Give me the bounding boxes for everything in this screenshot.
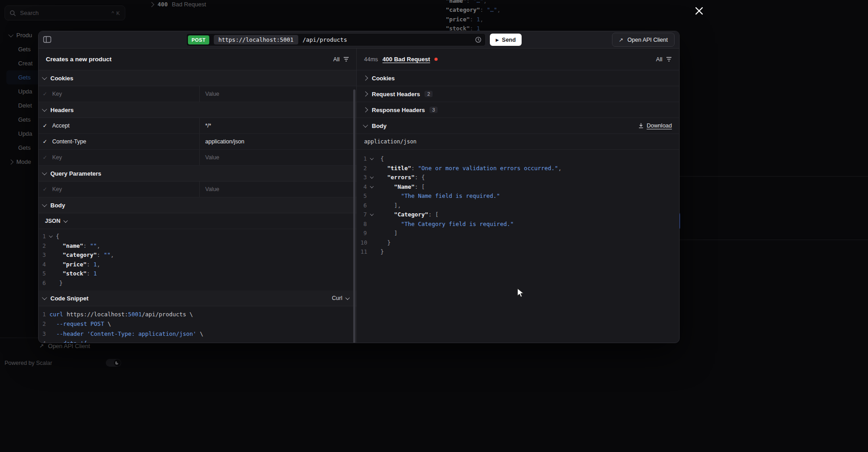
fold-chevron-icon[interactable] [49, 234, 53, 238]
line-number: 2 [360, 164, 367, 173]
header-row-empty: Key Value [39, 150, 356, 166]
value-cell[interactable]: */* [200, 118, 356, 133]
api-client-modal: POST https://localhost:5001 /api/product… [38, 31, 680, 343]
code-line: 1curl https://localhost:5001/api/product… [40, 310, 356, 319]
code-line: 5 "The Name field is required." [360, 192, 679, 201]
section-code-snippet[interactable]: Code Snippet Curl [39, 290, 356, 306]
body-format-label: JSON [45, 218, 60, 224]
line-number: 5 [360, 192, 367, 201]
response-section-request-headers[interactable]: Request Headers 2 [357, 86, 679, 102]
scrollbar[interactable] [353, 89, 355, 343]
filter-icon [343, 57, 349, 62]
request-path-input[interactable]: /api/products [303, 36, 470, 43]
filter-label: All [656, 56, 662, 63]
code-line: 2 --request POST \ [40, 319, 356, 329]
key-cell[interactable]: Content-Type [51, 134, 200, 149]
key-cell[interactable]: Accept [51, 118, 200, 133]
response-filter-control[interactable]: All [656, 56, 672, 63]
response-content-type: application/json [357, 134, 679, 150]
open-api-client-button[interactable]: Open API Client [612, 33, 675, 47]
request-panel: Creates a new product All Cookies [39, 49, 357, 343]
line-number: 8 [360, 220, 367, 229]
chevron-down-icon [345, 295, 350, 300]
section-cookies[interactable]: Cookies [39, 70, 356, 86]
base-url[interactable]: https://localhost:5001 [214, 35, 298, 44]
row-enabled-checkbox[interactable] [39, 134, 51, 149]
row-enabled-checkbox[interactable] [39, 182, 51, 197]
key-cell[interactable]: Key [51, 182, 200, 197]
header-row-accept: Accept */* [39, 118, 356, 134]
response-status-link[interactable]: 400 Bad Request [383, 56, 430, 63]
chevron-right-icon [363, 107, 368, 112]
code-line: 2 "title": "One or more validation error… [360, 164, 679, 173]
fold-chevron-icon[interactable] [370, 184, 374, 188]
line-number: 6 [40, 279, 46, 288]
method-badge: POST [188, 35, 209, 44]
body-editor[interactable]: 1{2 "name": "",3 "category": "",4 "price… [39, 229, 356, 290]
section-title: Cookies [372, 75, 395, 82]
download-icon [638, 123, 644, 128]
line-number: 11 [360, 247, 367, 257]
body-format-select[interactable]: JSON [39, 213, 356, 229]
row-enabled-checkbox[interactable] [39, 118, 51, 133]
key-cell[interactable]: Key [51, 86, 200, 102]
sidebar-toggle-icon[interactable] [43, 36, 51, 45]
section-title: Cookies [50, 75, 74, 82]
send-button[interactable]: Send [490, 34, 522, 46]
value-cell[interactable]: application/json [200, 134, 356, 149]
row-enabled-checkbox[interactable] [39, 86, 51, 102]
line-number: 3 [40, 329, 46, 339]
chevron-right-icon [363, 75, 368, 80]
key-cell[interactable]: Key [51, 150, 200, 165]
section-title: Response Headers [372, 107, 425, 113]
code-line: 1{ [40, 232, 356, 241]
value-cell[interactable]: Value [200, 86, 356, 102]
response-section-body[interactable]: Body Download [357, 118, 679, 134]
count-badge: 2 [424, 91, 433, 97]
section-query-parameters[interactable]: Query Parameters [39, 166, 356, 182]
fold-chevron-icon[interactable] [370, 175, 374, 179]
line-number: 3 [360, 173, 367, 182]
fold-chevron-icon[interactable] [370, 212, 374, 216]
section-title: Query Parameters [50, 170, 101, 177]
line-number: 1 [40, 232, 46, 241]
code-line: 4 "Name": [ [360, 182, 679, 192]
row-enabled-checkbox[interactable] [39, 150, 51, 165]
line-number: 6 [360, 201, 367, 211]
section-headers[interactable]: Headers [39, 102, 356, 118]
line-number: 4 [360, 182, 367, 192]
filter-icon [666, 57, 672, 62]
line-number: 2 [40, 241, 46, 251]
send-label: Send [502, 37, 516, 43]
line-number: 4 [40, 339, 46, 343]
response-section-cookies[interactable]: Cookies [357, 70, 679, 86]
chevron-down-icon [42, 202, 47, 207]
code-line: 7 "Category": [ [360, 210, 679, 220]
history-icon[interactable] [475, 36, 482, 43]
value-cell[interactable]: Value [200, 182, 356, 197]
section-title: Request Headers [372, 91, 420, 98]
download-label: Download [646, 123, 672, 129]
code-line: 2 "name": "", [40, 241, 356, 251]
address-bar[interactable]: POST https://localhost:5001 /api/product… [186, 33, 486, 46]
code-line: 3 --header 'Content-Type: application/js… [40, 329, 356, 339]
download-link[interactable]: Download [638, 123, 672, 129]
value-cell[interactable]: Value [200, 150, 356, 165]
line-number: 3 [40, 251, 46, 260]
section-body[interactable]: Body [39, 197, 356, 213]
response-section-response-headers[interactable]: Response Headers 3 [357, 102, 679, 118]
section-title: Body [50, 202, 65, 209]
response-time: 44ms [364, 56, 378, 63]
snippet-language-select[interactable]: Curl [332, 295, 349, 301]
line-number: 4 [40, 260, 46, 270]
code-line: 8 "The Category field is required." [360, 220, 679, 229]
query-row-empty: Key Value [39, 182, 356, 197]
fold-chevron-icon[interactable] [370, 157, 374, 160]
section-title: Headers [50, 107, 74, 113]
code-snippet-block: 1curl https://localhost:5001/api/product… [39, 306, 356, 343]
request-filter-control[interactable]: All [333, 56, 349, 63]
open-api-client-label: Open API Client [627, 37, 668, 43]
response-body-code: 1{2 "title": "One or more validation err… [357, 150, 679, 257]
close-icon[interactable] [693, 5, 705, 17]
code-line: 10 } [360, 238, 679, 248]
